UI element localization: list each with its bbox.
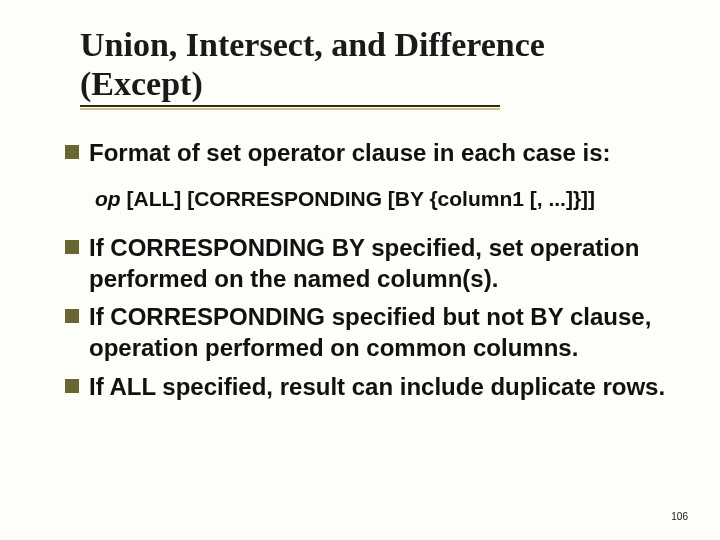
square-bullet-icon [65,379,79,393]
page-number: 106 [671,511,688,522]
bullet-text: Format of set operator clause in each ca… [89,138,670,169]
title-underline [65,105,670,110]
bullet-text: If CORRESPONDING BY specified, set opera… [89,233,670,294]
square-bullet-icon [65,145,79,159]
bullet-item-all: If ALL specified, result can include dup… [65,372,670,403]
syntax-line: op [ALL] [CORRESPONDING [BY {column1 [, … [65,187,670,211]
title-line-2: (Except) [80,65,203,102]
square-bullet-icon [65,309,79,323]
square-bullet-icon [65,240,79,254]
title-underline-light [80,108,500,110]
bullet-item-corresponding-by: If CORRESPONDING BY specified, set opera… [65,233,670,294]
slide: Union, Intersect, and Difference (Except… [0,0,720,540]
syntax-op-italic: op [95,187,121,210]
syntax-rest: [ALL] [CORRESPONDING [BY {column1 [, ...… [121,187,595,210]
bullet-text: If CORRESPONDING specified but not BY cl… [89,302,670,363]
title-line-1: Union, Intersect, and Difference [80,26,545,63]
slide-title: Union, Intersect, and Difference (Except… [65,20,670,103]
bullet-item-corresponding: If CORRESPONDING specified but not BY cl… [65,302,670,363]
bullet-text: If ALL specified, result can include dup… [89,372,670,403]
bullet-item-format: Format of set operator clause in each ca… [65,138,670,169]
title-underline-dark [80,105,500,107]
